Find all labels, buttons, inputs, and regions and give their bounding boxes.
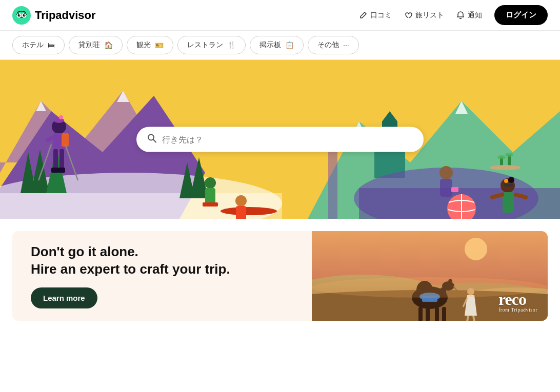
svg-point-28: [59, 115, 63, 119]
ad-text-side: Don't go it alone. Hire an expert to cra…: [12, 231, 312, 321]
svg-point-68: [465, 238, 487, 260]
bell-icon: [456, 11, 465, 19]
category-sightseeing[interactable]: 観光 🎫: [127, 36, 173, 54]
svg-point-60: [497, 155, 506, 159]
svg-rect-51: [503, 192, 514, 213]
board-icon: 📋: [285, 41, 294, 49]
svg-point-38: [221, 207, 277, 215]
reco-logo: reco from Tripadvisor: [498, 290, 537, 313]
svg-point-4: [23, 14, 26, 16]
restaurant-label: レストラン: [187, 40, 223, 50]
svg-point-62: [505, 153, 513, 157]
category-hotel[interactable]: ホテル 🛏: [12, 36, 65, 54]
svg-rect-57: [440, 179, 452, 197]
logo-area[interactable]: Tripadvisor: [12, 6, 96, 25]
logo-text: Tripadvisor: [35, 9, 96, 22]
header-nav: 口コミ 旅リスト 通知 ログイン: [359, 5, 548, 25]
svg-rect-44: [203, 202, 218, 207]
svg-rect-54: [504, 184, 513, 187]
svg-point-39: [235, 195, 247, 207]
learn-more-button[interactable]: Learn more: [31, 287, 97, 308]
svg-point-6: [24, 14, 25, 15]
hotel-label: ホテル: [22, 40, 44, 50]
svg-rect-31: [53, 149, 58, 170]
svg-rect-58: [451, 187, 458, 192]
svg-point-63: [490, 165, 521, 170]
forum-label: 掲示板: [259, 40, 281, 50]
svg-rect-81: [435, 307, 439, 321]
svg-rect-40: [236, 206, 246, 219]
svg-rect-34: [58, 168, 65, 173]
category-nav: ホテル 🛏 貸別荘 🏠 観光 🎫 レストラン 🍴 掲示板 📋 その他 ···: [0, 31, 560, 60]
login-button[interactable]: ログイン: [494, 5, 548, 25]
svg-rect-32: [59, 149, 64, 170]
house-icon: 🏠: [104, 41, 113, 49]
svg-rect-43: [205, 188, 215, 203]
ticket-icon: 🎫: [155, 41, 164, 49]
search-icon: [147, 133, 157, 146]
svg-point-3: [18, 14, 21, 16]
search-bar[interactable]: [136, 127, 424, 152]
tripadvisor-logo-icon: [12, 6, 31, 25]
svg-point-5: [19, 14, 20, 15]
pen-icon: [359, 11, 367, 19]
svg-point-0: [12, 6, 31, 25]
wishlist-nav-item[interactable]: 旅リスト: [404, 11, 444, 20]
review-nav-item[interactable]: 口コミ: [359, 11, 392, 20]
svg-point-56: [439, 166, 453, 179]
ad-image-side: reco from Tripadvisor: [312, 231, 548, 321]
svg-rect-79: [418, 307, 423, 321]
other-label: その他: [317, 40, 339, 50]
svg-rect-82: [442, 307, 446, 321]
fork-icon: 🍴: [227, 41, 236, 49]
category-forum[interactable]: 掲示板 📋: [250, 36, 304, 54]
ad-headline: Don't go it alone. Hire an expert to cra…: [31, 243, 293, 278]
svg-line-66: [153, 140, 156, 142]
search-bar-container: [136, 127, 424, 152]
svg-point-42: [205, 177, 216, 189]
svg-point-55: [504, 179, 508, 183]
search-input[interactable]: [162, 135, 413, 144]
bed-icon: 🛏: [48, 41, 55, 49]
header: Tripadvisor 口コミ 旅リスト 通知 ログイン: [0, 0, 560, 31]
ad-banner: Don't go it alone. Hire an expert to cra…: [12, 231, 548, 321]
hero-banner: [0, 60, 560, 219]
svg-rect-80: [426, 307, 430, 321]
rental-label: 貸別荘: [78, 40, 100, 50]
notification-nav-item[interactable]: 通知: [456, 11, 482, 20]
category-restaurant[interactable]: レストラン 🍴: [177, 36, 246, 54]
svg-rect-33: [51, 168, 58, 173]
dots-icon: ···: [343, 41, 349, 49]
category-rental[interactable]: 貸別荘 🏠: [69, 36, 123, 54]
heart-icon: [404, 11, 412, 19]
sightseeing-label: 観光: [136, 40, 151, 50]
svg-point-50: [508, 177, 514, 183]
category-other[interactable]: その他 ···: [308, 36, 359, 54]
